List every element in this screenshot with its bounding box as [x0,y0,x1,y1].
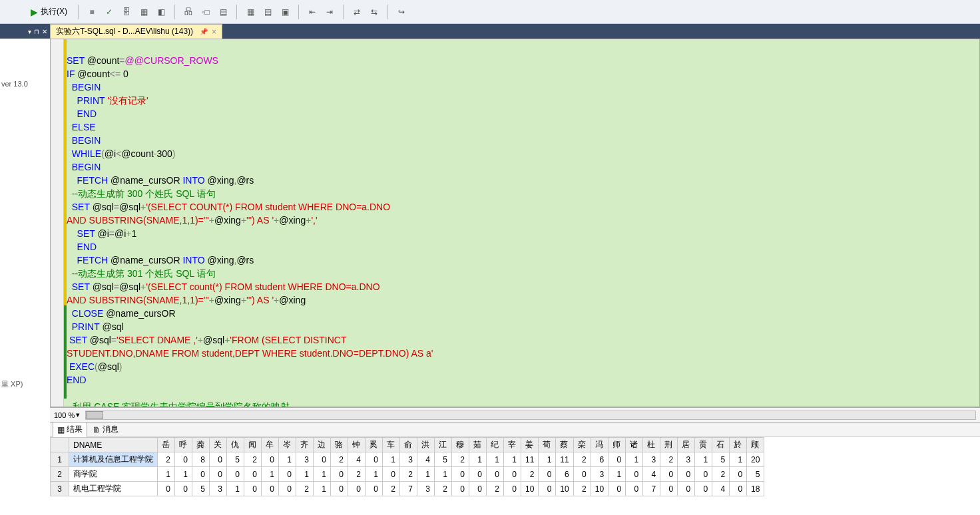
cell-value[interactable]: 20 [747,452,764,467]
close-icon[interactable]: ✕ [42,28,47,35]
table-row[interactable]: 2商学院11000010110210211000020603104000205 [51,467,764,482]
col-surname[interactable]: 车 [383,438,400,452]
col-surname[interactable]: 栾 [573,438,591,452]
col-surname[interactable]: 边 [314,438,331,452]
cell-value[interactable]: 5 [747,467,764,482]
col-surname[interactable]: 於 [730,438,747,452]
cell-value[interactable]: 2 [400,467,417,482]
db-icon[interactable]: 🗄 [120,5,133,19]
col-surname[interactable]: 师 [609,438,626,452]
cell-value[interactable]: 0 [244,482,262,496]
col-surname[interactable]: 骆 [331,438,348,452]
table-row[interactable]: 3机电工程学院005310002100027320020100102100070… [51,482,764,496]
cell-value[interactable]: 0 [452,482,469,496]
cell-value[interactable]: 1 [227,482,244,496]
cell-value[interactable]: 3 [643,452,660,467]
uncomment-icon[interactable]: ⇆ [368,5,381,19]
cell-value[interactable]: 0 [573,467,591,482]
pin-icon[interactable]: 📌 [200,28,208,35]
col-surname[interactable]: 钟 [348,438,366,452]
cell-value[interactable]: 1 [730,452,747,467]
cell-value[interactable]: 2 [435,482,452,496]
col-surname[interactable]: 牟 [262,438,279,452]
col-surname[interactable]: 奚 [366,438,383,452]
cell-value[interactable]: 0 [504,482,521,496]
cell-value[interactable]: 0 [678,482,695,496]
col-surname[interactable]: 闻 [244,438,262,452]
cell-value[interactable]: 1 [504,452,521,467]
cell-value[interactable]: 1 [158,467,175,482]
cell-value[interactable]: 0 [660,482,678,496]
cell-value[interactable]: 0 [539,482,556,496]
indent-out-icon[interactable]: ⇤ [306,5,319,19]
cell-dname[interactable]: 商学院 [69,467,158,482]
cell-value[interactable]: 4 [712,482,730,496]
cell-value[interactable]: 0 [539,467,556,482]
cell-value[interactable]: 1 [383,452,400,467]
col-surname[interactable]: 石 [712,438,730,452]
cell-value[interactable]: 0 [626,467,643,482]
results-grid[interactable]: DNAME岳呼龚关仇闻牟岑齐边骆钟奚车俞洪江穆茹纪宰姜荀蔡栾冯师诸杜荆居贡石於顾… [50,437,764,496]
node-icon[interactable]: ◦□ [199,5,212,19]
col-surname[interactable]: 呼 [175,438,192,452]
cell-value[interactable]: 2 [383,482,400,496]
cell-value[interactable]: 3 [400,452,417,467]
cell-value[interactable]: 0 [210,467,227,482]
cell-value[interactable]: 11 [521,452,539,467]
results-tab[interactable]: ▦ 结果 [53,422,87,437]
cell-value[interactable]: 0 [158,482,175,496]
cell-value[interactable]: 0 [487,467,504,482]
cell-value[interactable]: 1 [417,467,435,482]
cell-value[interactable]: 1 [539,452,556,467]
cell-value[interactable]: 2 [296,482,314,496]
execute-button[interactable]: ▶ 执行(X) [27,5,71,19]
cell-value[interactable]: 0 [210,452,227,467]
cell-value[interactable]: 0 [695,467,712,482]
col-surname[interactable]: 冯 [591,438,608,452]
col-surname[interactable]: 居 [678,438,695,452]
messages-tab[interactable]: 🗎 消息 [89,423,122,436]
col-surname[interactable]: 穆 [452,438,469,452]
close-icon[interactable]: × [212,27,216,37]
cell-value[interactable]: 0 [626,482,643,496]
grid-icon[interactable]: ▦ [244,5,257,19]
cell-value[interactable]: 0 [227,467,244,482]
cell-value[interactable]: 0 [383,467,400,482]
cell-value[interactable]: 2 [244,452,262,467]
col-surname[interactable]: 纪 [487,438,504,452]
cell-value[interactable]: 6 [556,467,573,482]
zoom-dropdown-icon[interactable]: ▾ [76,411,80,419]
step-icon[interactable]: ↪ [395,5,408,19]
results-grid-wrap[interactable]: DNAME岳呼龚关仇闻牟岑齐边骆钟奚车俞洪江穆茹纪宰姜荀蔡栾冯师诸杜荆居贡石於顾… [50,437,980,515]
cell-value[interactable]: 1 [695,452,712,467]
cell-value[interactable]: 0 [314,452,331,467]
cell-value[interactable]: 2 [487,482,504,496]
cell-value[interactable]: 10 [591,482,608,496]
cell-value[interactable]: 1 [296,467,314,482]
cell-value[interactable]: 1 [314,482,331,496]
query-icon[interactable]: ◧ [154,5,168,19]
cell-value[interactable]: 0 [175,482,192,496]
cell-value[interactable]: 0 [262,482,279,496]
cell-value[interactable]: 0 [279,467,296,482]
document-tab[interactable]: 实验六T-SQL.sql - D...AEV\lishu (143)) 📌 × [50,24,222,39]
col-surname[interactable]: 贡 [695,438,712,452]
cell-value[interactable]: 0 [695,482,712,496]
cell-value[interactable]: 0 [366,452,383,467]
cell-dname[interactable]: 机电工程学院 [69,482,158,496]
cell-value[interactable]: 10 [521,482,539,496]
col-surname[interactable]: 蔡 [556,438,573,452]
text-result-icon[interactable]: ▤ [261,5,274,19]
col-surname[interactable]: 杜 [643,438,660,452]
cell-value[interactable]: 10 [556,482,573,496]
cell-value[interactable]: 0 [469,467,487,482]
col-surname[interactable]: 江 [435,438,452,452]
cell-value[interactable]: 5 [227,452,244,467]
cell-value[interactable]: 0 [262,452,279,467]
col-surname[interactable]: 仇 [227,438,244,452]
cell-value[interactable]: 0 [452,467,469,482]
cell-value[interactable]: 1 [435,467,452,482]
cell-value[interactable]: 0 [730,482,747,496]
cell-value[interactable]: 11 [556,452,573,467]
cell-value[interactable]: 3 [591,467,608,482]
